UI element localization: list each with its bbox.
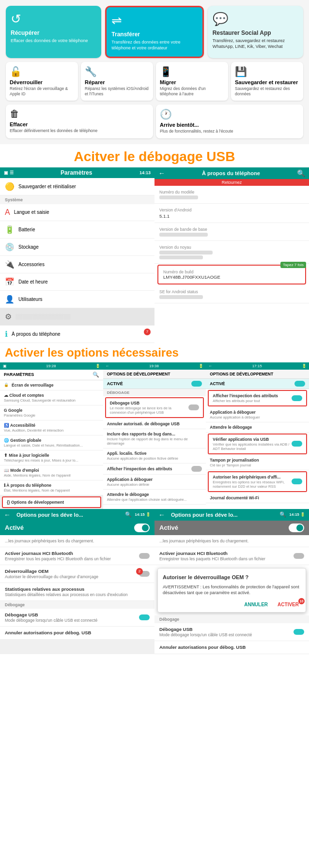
bottom-left-active-toggle[interactable] [134,524,150,532]
mode-title: 📖 Mode d'emploi [4,468,99,473]
dialog-cancel-button[interactable]: ANNULER [242,601,270,608]
card-sauvegarder[interactable]: 💾 Sauvegarder et restaurer Sauvegardez e… [231,62,303,101]
attendre-title: Attendre le débogage [107,492,202,497]
card-effacer[interactable]: 🗑 Effacer Effacer définitivement les don… [6,105,153,138]
dev-right-toggle[interactable] [294,381,305,387]
settings-item-utilisateurs[interactable]: 👤 Utilisateurs [0,291,154,308]
settings-item-accessories[interactable]: 🔌 Accessories [0,256,154,273]
bottom-left-back[interactable]: ← [4,511,11,519]
bottom-left-hci[interactable]: Activer journaux HCI Bluetooth Enregistr… [0,547,154,565]
dev-left-google[interactable]: G Google Paramètres Google [0,405,103,420]
dev-right-verifier-box[interactable]: Vérifier applications via USB Vérifier q… [208,434,307,454]
sauvegarder-settings-icon: 🟡 [5,182,15,191]
system-section-header: Système [0,195,154,204]
retournez-badge: Retournez [154,179,309,186]
dev-right-attendre[interactable]: Attendre le débogage [206,422,309,433]
inclure-title: Inclure des rapports de bug dans... [107,432,202,436]
dev-left-access[interactable]: ♿ Accessibilité Vue, Audition, Dextérité… [0,420,103,435]
br-annuler-title: Annuler autorisations pour débog. USB [159,644,304,650]
dev-mid-attendre[interactable]: Attendre le débogage Attendre que l'appl… [103,490,206,505]
bottom-left-search[interactable]: 🔍 [125,511,132,518]
bottom-right-usb-debogage[interactable]: Débogage USB Mode débogage lorsqu'un câb… [154,623,309,641]
stockage-label: Stockage [18,244,39,250]
apropos2-title: ℹ À propos du téléphone [4,483,99,488]
dev-mid-usb-item[interactable]: Débogage USB Le mode débogage se lance l… [105,397,204,418]
se-android-label: SE for Android status [159,289,304,294]
dev-mid-afficher[interactable]: Afficher l'inspection des attributs [103,464,206,475]
android-label: Version d'Android [159,208,304,212]
dev-left-cloud[interactable]: ☁ Cloud et comptes Samsung Cloud, Sauveg… [0,390,103,405]
dialog-activate-button[interactable]: ACTIVER 10 [276,601,301,608]
dev-right-autoriser-box[interactable]: Autoriser les périphériques d'affi... En… [208,471,307,492]
dev-left-gestion[interactable]: 🌐 Gestion globale Langue et saisie, Date… [0,435,103,450]
usb-toggle[interactable] [188,404,199,410]
usb-debogage-toggle[interactable] [139,614,150,620]
right-back-arrow[interactable]: ← [158,169,165,177]
dev-right-app-debogage[interactable]: Application à déboguer Aucune applicatio… [206,407,309,422]
card-restaurer[interactable]: 💬 Restaurer Social App Transférez, sauve… [208,6,303,58]
dev-mid-annuler[interactable]: Annuler autorisati. de débogage USB [103,419,206,429]
settings-item-date[interactable]: 📅 Date et heure [0,273,154,291]
bottom-left-annuler-usb[interactable]: Annuler autorisations pour débog. USB [0,627,154,640]
bottom-right-annuler-usb[interactable]: Annuler autorisations pour débog. USB [154,641,309,654]
card-deverrouiller[interactable]: 🔓 Déverrouiller Retirez l'écran de verro… [6,62,78,101]
modele-label: Numéro du modèle [159,190,304,195]
bottom-left-oem[interactable]: Déverrouillage OEM Autoriser le déverrou… [0,565,154,583]
dev-right-title-row: OPTIONS DE DÉVELOPPEMENT [206,370,309,379]
dev-right-tampon[interactable]: Tampon pr journalisation Clé lav pr Tamp… [206,455,309,470]
dev-mid-toggle[interactable] [191,381,202,387]
dev-left-ecran[interactable]: 🔒 Écran de verrouillage [0,380,103,390]
cloud-desc: Samsung Cloud, Sauvegarde et restauratio… [4,398,99,403]
dialog-activate-badge: 10 [298,598,305,604]
bottom-left-stats[interactable]: Statistiques relatives aux processus Sta… [0,583,154,601]
bottom-right-hci[interactable]: Activer journaux HCI Bluetooth Enregistr… [154,547,309,565]
settings-item-langue[interactable]: A Langue et saisie [0,204,154,221]
dev-mid-inclure[interactable]: Inclure des rapports de bug dans... Incl… [103,429,206,449]
settings-item-apropos[interactable]: ℹ À propos du téléphone 7 [0,326,154,343]
bottom-right-search[interactable]: 🔍 [279,511,286,518]
usb-debogage-title: Débogage USB [5,612,97,617]
cards-row-3: 🗑 Effacer Effacer définitivement les don… [6,105,303,138]
langue-label: Langue et saisie [14,210,49,215]
settings-item-sauvegarder[interactable]: 🟡 Sauvegarder et réinitialiser [0,178,154,195]
bottom-left-usb-debogage[interactable]: Débogage USB Mode débogage lorsqu'un câb… [0,609,154,627]
card-migrer[interactable]: 📱 Migrer Migrez des données d'un télépho… [156,62,228,101]
access-title: ♿ Accessibilité [4,423,99,428]
right-search-icon[interactable]: 🔍 [297,169,305,177]
left-phone-title: Paramètres [61,169,92,176]
dev-left-maj[interactable]: ⬆ Mise à jour logicielle Téléchargez les… [0,450,103,465]
arrive-icon: 🕐 [160,108,172,120]
bottom-right-content: Activé ...les journaux périphériques lor… [154,521,309,654]
settings-item-stockage[interactable]: 💿 Stockage [0,239,154,256]
card-recuperer[interactable]: ↺ Récupérer Effacer des données de votre… [6,6,101,58]
dev-left-mode[interactable]: 📖 Mode d'emploi Aide, Mentions légales, … [0,465,103,480]
hci-toggle[interactable] [139,553,150,559]
settings-item-batterie[interactable]: 🔋 Batterie [0,221,154,239]
dev-right-afficher-toggle[interactable] [292,395,302,401]
card-transferer[interactable]: ⇌ Transférer Transférez des données entr… [105,6,203,58]
appli-desc: Aucune application de position fictive d… [107,456,202,461]
apropos2-desc: État, Mentions légales, Nom de l'apparei… [4,488,99,493]
settings-item-blurred: ⚙ ░░░░░░░░░░░░░░░░ [0,308,154,326]
bottom-right-desc-text: ...les journaux périphériques lors du ch… [159,539,248,543]
br-usb-toggle[interactable] [294,629,304,635]
transferer-title: Transférer [111,31,140,38]
br-hci-toggle[interactable] [294,553,304,559]
dev-left-search[interactable]: 🔍 [93,372,99,378]
dev-left-apropos[interactable]: ℹ À propos du téléphone État, Mentions l… [0,480,103,495]
autoriser-toggle[interactable] [292,479,302,484]
dev-mid-appli[interactable]: Appli. localis. fictive Aucune applicati… [103,449,206,464]
bottom-right-back[interactable]: ← [158,511,165,519]
dev-right-journal[interactable]: Journal documenté Wi-Fi [206,493,309,503]
dev-left-options[interactable]: {} Options de développement [2,496,101,508]
recuperer-icon: ↺ [11,12,21,27]
afficher-toggle[interactable] [191,466,202,472]
dev-right-afficher-box[interactable]: Afficher l'inspection des attributs Affi… [208,390,307,406]
card-reparer[interactable]: 🔧 Réparer Réparez les systèmes iOS/Andro… [81,62,153,101]
migrer-desc: Migrez des données d'un téléphone à l'au… [160,86,224,97]
restaurer-title: Restaurer Social App [213,30,271,36]
verifier-toggle[interactable] [292,441,302,447]
bottom-right-active-toggle[interactable] [289,524,304,532]
title2: Activer les options nécessaires [5,346,304,359]
dev-mid-application[interactable]: Application à déboguer Aucune applicatio… [103,475,206,490]
